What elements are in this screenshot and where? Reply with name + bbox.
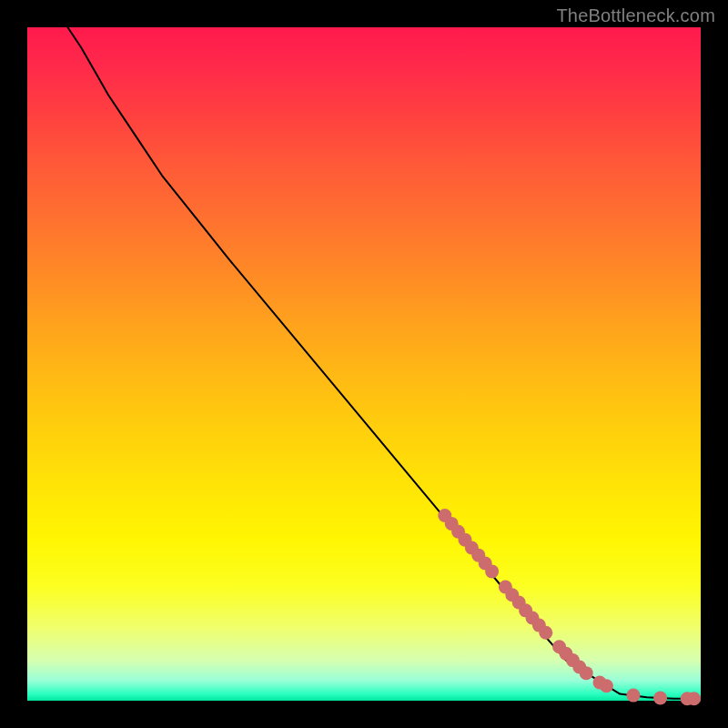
- chart-overlay: [27, 27, 701, 701]
- data-markers: [438, 509, 701, 705]
- watermark-text: TheBottleneck.com: [556, 5, 715, 26]
- data-point: [600, 679, 613, 693]
- plot-area: [27, 27, 701, 701]
- data-point: [539, 626, 552, 640]
- data-point: [580, 666, 593, 680]
- data-point: [485, 564, 499, 578]
- data-point: [653, 692, 667, 705]
- bottleneck-curve: [67, 27, 701, 699]
- data-point: [687, 692, 701, 705]
- data-point: [627, 689, 641, 703]
- chart-frame: TheBottleneck.com: [0, 0, 728, 728]
